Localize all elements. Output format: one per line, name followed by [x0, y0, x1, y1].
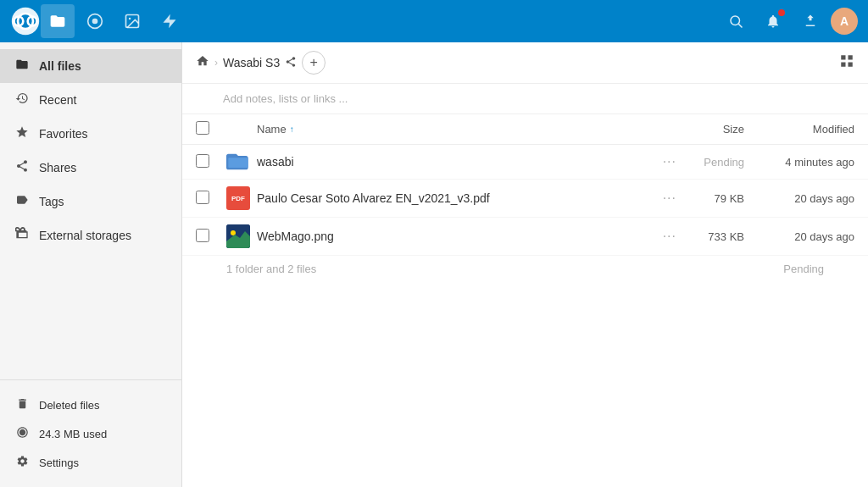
all-files-icon: [14, 58, 31, 75]
file-table-summary: 1 folder and 2 files: [226, 263, 316, 275]
size-header-label: Size: [723, 123, 744, 136]
storage-icon: [14, 426, 31, 441]
sidebar-tags-label: Tags: [39, 195, 64, 208]
shares-icon: [14, 159, 31, 176]
svg-line-12: [738, 24, 742, 27]
search-button[interactable]: [719, 4, 753, 38]
topnav-apps: [41, 4, 719, 38]
row-checkbox-col: [196, 191, 226, 207]
row-modified: 4 minutes ago: [744, 156, 854, 169]
file-table-footer-status: Pending: [783, 263, 824, 275]
notes-area[interactable]: Add notes, lists or links ...: [182, 84, 868, 114]
settings-label: Settings: [39, 457, 79, 469]
breadcrumb-home-icon[interactable]: [196, 54, 209, 71]
row-icon-col: [226, 152, 257, 172]
topnav-files-btn[interactable]: [41, 4, 75, 38]
row-modified: 20 days ago: [744, 192, 854, 205]
recent-icon: [14, 91, 31, 108]
header-name-col[interactable]: Name ↑: [257, 123, 659, 136]
sidebar-bottom: Deleted files 24.3 MB used Settings: [0, 379, 181, 487]
breadcrumb: › Wasabi S3 +: [196, 51, 832, 75]
sidebar-settings[interactable]: Settings: [14, 448, 168, 477]
content-area: › Wasabi S3 + Add notes, lists or links …: [182, 42, 868, 487]
sidebar-deleted-files[interactable]: Deleted files: [14, 390, 168, 419]
row-icon-col: PDF: [226, 186, 257, 210]
row-icon-col: [226, 224, 257, 248]
sidebar-storage-used[interactable]: 24.3 MB used: [14, 419, 168, 448]
svg-point-10: [129, 18, 131, 19]
modified-header-label: Modified: [813, 123, 854, 136]
sidebar-item-shares[interactable]: Shares: [0, 151, 181, 185]
row-checkbox[interactable]: [196, 229, 209, 242]
nextcloud-logo[interactable]: [10, 6, 41, 36]
settings-icon: [14, 455, 31, 470]
folder-icon: [226, 152, 250, 172]
external-storages-icon: [14, 227, 31, 244]
row-actions-button[interactable]: ···: [643, 229, 676, 244]
file-table: Name ↑ Size Modified: [182, 114, 868, 487]
breadcrumb-share-icon[interactable]: [285, 56, 297, 70]
notification-dot: [778, 9, 785, 16]
name-header-label: Name: [257, 123, 287, 136]
row-size: 733 KB: [676, 230, 744, 243]
downloads-button[interactable]: [793, 4, 827, 38]
header-checkbox-col: [196, 121, 226, 137]
svg-point-8: [92, 19, 98, 25]
row-modified: 20 days ago: [744, 230, 854, 243]
row-actions-button[interactable]: ···: [643, 154, 676, 169]
file-table-footer: 1 folder and 2 files Pending: [182, 256, 868, 282]
storage-used-label: 24.3 MB used: [39, 428, 107, 440]
main-layout: All files Recent Favorites: [0, 42, 868, 487]
sidebar-recent-label: Recent: [39, 93, 76, 107]
row-checkbox-col: [196, 229, 226, 245]
notes-placeholder: Add notes, lists or links ...: [223, 92, 348, 105]
sidebar-shares-label: Shares: [39, 161, 76, 174]
sidebar-external-storages-label: External storages: [39, 229, 131, 242]
row-checkbox-col: [196, 154, 226, 170]
sidebar-item-favorites[interactable]: Favorites: [0, 117, 181, 151]
select-all-checkbox[interactable]: [196, 121, 209, 135]
header-modified-col[interactable]: Modified: [744, 123, 854, 136]
row-checkbox[interactable]: [196, 191, 209, 204]
sidebar-item-all-files[interactable]: All files: [0, 49, 181, 83]
deleted-files-icon: [14, 397, 31, 412]
topnav-lightning-btn[interactable]: [153, 4, 186, 38]
topnav-activity-btn[interactable]: [78, 4, 112, 38]
row-file-name: WebMago.png: [257, 230, 643, 243]
row-file-name: Paulo Cesar Soto Alvarez EN_v2021_v3.pdf: [257, 191, 643, 205]
pdf-icon: PDF: [226, 186, 250, 210]
row-actions-button[interactable]: ···: [643, 191, 676, 206]
file-table-header: Name ↑ Size Modified: [182, 114, 868, 145]
table-row[interactable]: wasabi ··· Pending 4 minutes ago: [182, 145, 868, 180]
breadcrumb-current: Wasabi S3: [223, 56, 280, 69]
sidebar-item-recent[interactable]: Recent: [0, 83, 181, 117]
tags-icon: [14, 193, 31, 210]
user-avatar[interactable]: A: [831, 8, 858, 35]
sidebar: All files Recent Favorites: [0, 42, 182, 487]
table-row[interactable]: PDF Paulo Cesar Soto Alvarez EN_v2021_v3…: [182, 180, 868, 218]
header-size-col[interactable]: Size: [659, 123, 744, 136]
sidebar-all-files-label: All files: [39, 59, 81, 73]
sidebar-item-external-storages[interactable]: External storages: [0, 219, 181, 252]
svg-point-11: [731, 16, 740, 25]
table-row[interactable]: WebMago.png ··· 733 KB 20 days ago: [182, 218, 868, 256]
row-file-name: wasabi: [257, 155, 643, 169]
image-icon: [226, 224, 250, 248]
content-header: › Wasabi S3 +: [182, 42, 868, 84]
svg-rect-13: [228, 158, 248, 168]
row-size: 79 KB: [676, 192, 744, 205]
sidebar-item-tags[interactable]: Tags: [0, 185, 181, 219]
favorites-icon: [14, 125, 31, 142]
sidebar-favorites-label: Favorites: [39, 127, 88, 141]
view-toggle-button[interactable]: [839, 53, 854, 73]
row-checkbox[interactable]: [196, 154, 209, 168]
add-new-button[interactable]: +: [302, 51, 326, 75]
name-sort-icon: ↑: [290, 125, 294, 134]
notifications-button[interactable]: [756, 4, 790, 38]
breadcrumb-separator: ›: [214, 57, 218, 69]
topnav-right: A: [719, 4, 858, 38]
topnav-photos-btn[interactable]: [115, 4, 149, 38]
top-navigation: A: [0, 0, 868, 42]
sidebar-nav: All files Recent Favorites: [0, 42, 181, 379]
row-status: Pending: [676, 156, 744, 169]
